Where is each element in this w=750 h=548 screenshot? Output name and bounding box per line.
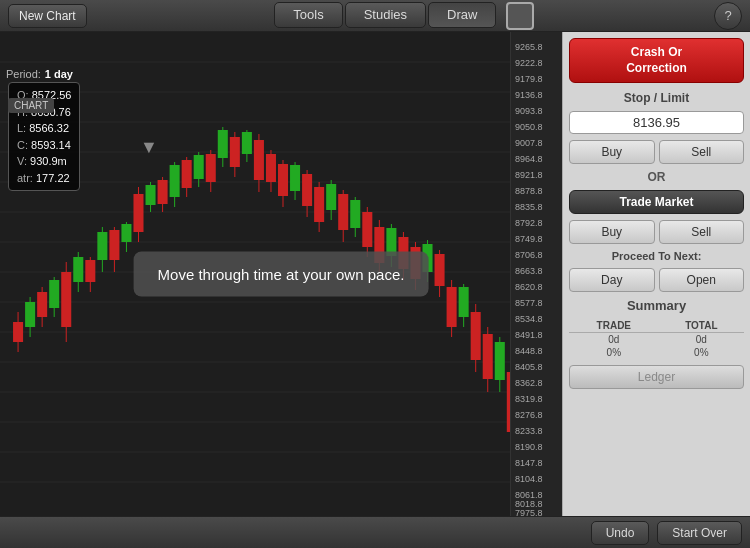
svg-rect-34 [121, 224, 131, 242]
svg-rect-78 [386, 228, 396, 256]
svg-rect-84 [423, 244, 433, 272]
price-8706: 8706.8 [515, 250, 543, 260]
svg-rect-36 [133, 194, 143, 232]
price-8448: 8448.8 [515, 346, 543, 356]
svg-rect-38 [146, 185, 156, 205]
svg-rect-20 [37, 292, 47, 317]
svg-rect-42 [170, 165, 180, 197]
svg-rect-26 [73, 257, 83, 282]
total-col-header: TOTAL [659, 319, 744, 333]
stop-limit-label: Stop / Limit [569, 91, 744, 105]
svg-rect-62 [290, 165, 300, 191]
svg-rect-96 [495, 342, 505, 380]
price-9179: 9179.8 [515, 74, 543, 84]
svg-rect-80 [398, 237, 408, 269]
price-8276: 8276.8 [515, 410, 543, 420]
svg-rect-64 [302, 174, 312, 206]
new-chart-button[interactable]: New Chart [8, 4, 87, 28]
svg-rect-70 [338, 194, 348, 230]
color-swatch-icon[interactable] [506, 2, 534, 30]
help-button[interactable]: ? [714, 2, 742, 30]
trade-market-buy-sell-row: Buy Sell [569, 220, 744, 244]
svg-rect-94 [483, 334, 493, 379]
stop-limit-buy-button[interactable]: Buy [569, 140, 655, 164]
day-button[interactable]: Day [569, 268, 655, 292]
start-over-button[interactable]: Start Over [657, 521, 742, 545]
trade-market-buy-button[interactable]: Buy [569, 220, 655, 244]
studies-button[interactable]: Studies [345, 2, 426, 28]
price-8663: 8663.8 [515, 266, 543, 276]
undo-button[interactable]: Undo [591, 521, 650, 545]
stop-limit-input[interactable] [569, 111, 744, 134]
crash-correction-button[interactable]: Crash OrCorrection [569, 38, 744, 83]
atr-value: 177.22 [36, 172, 70, 184]
total-pct: 0% [659, 346, 744, 359]
svg-rect-52 [230, 137, 240, 167]
price-8620: 8620.8 [515, 282, 543, 292]
price-8362: 8362.8 [515, 378, 543, 388]
total-val: 0d [659, 333, 744, 347]
right-panel: Crash OrCorrection Stop / Limit Buy Sell… [562, 32, 750, 516]
price-8534: 8534.8 [515, 314, 543, 324]
v-value: 930.9m [30, 155, 67, 167]
ledger-button[interactable]: Ledger [569, 365, 744, 389]
svg-rect-82 [410, 247, 420, 279]
svg-rect-24 [61, 272, 71, 327]
period-label: Period: [6, 68, 41, 80]
summary-table: TRADE TOTAL 0d 0d 0% 0% [569, 319, 744, 359]
open-button[interactable]: Open [659, 268, 745, 292]
price-8104: 8104.8 [515, 474, 543, 484]
trade-col-header: TRADE [569, 319, 659, 333]
chart-badge: CHART [8, 98, 54, 113]
bottom-bar: Undo Start Over [0, 516, 750, 548]
svg-rect-32 [109, 230, 119, 260]
day-open-row: Day Open [569, 268, 744, 292]
tools-button[interactable]: Tools [274, 2, 342, 28]
svg-rect-44 [182, 160, 192, 188]
price-8964: 8964.8 [515, 154, 543, 164]
price-8233: 8233.8 [515, 426, 543, 436]
price-8405: 8405.8 [515, 362, 543, 372]
draw-button[interactable]: Draw [428, 2, 496, 28]
svg-rect-86 [435, 254, 445, 286]
atr-label: atr: [17, 172, 33, 184]
price-9050: 9050.8 [515, 122, 543, 132]
trade-pct: 0% [569, 346, 659, 359]
svg-rect-54 [242, 132, 252, 154]
svg-rect-92 [471, 312, 481, 360]
stop-limit-buy-sell-row: Buy Sell [569, 140, 744, 164]
price-8921: 8921.8 [515, 170, 543, 180]
svg-rect-40 [158, 180, 168, 204]
svg-rect-22 [49, 280, 59, 308]
price-8319: 8319.8 [515, 394, 543, 404]
price-9093: 9093.8 [515, 106, 543, 116]
svg-rect-48 [206, 154, 216, 182]
svg-rect-72 [350, 200, 360, 228]
price-8147: 8147.8 [515, 458, 543, 468]
trade-val: 0d [569, 333, 659, 347]
price-8190: 8190.8 [515, 442, 543, 452]
v-label: V: [17, 155, 27, 167]
trade-market-label: Trade Market [569, 190, 744, 214]
c-value: 8593.14 [31, 139, 71, 151]
candlestick-chart [0, 32, 562, 516]
svg-rect-18 [25, 302, 35, 327]
or-divider: OR [569, 170, 744, 184]
chart-area: Period: 1 day O: 8572.56 H: 8630.76 L: 8… [0, 32, 562, 516]
price-axis: 9265.8 9222.8 9179.8 9136.8 9093.8 9050.… [510, 32, 562, 516]
proceed-to-next-label: Proceed To Next: [569, 250, 744, 262]
l-label: L: [17, 122, 26, 134]
price-8792: 8792.8 [515, 218, 543, 228]
svg-rect-50 [218, 130, 228, 158]
svg-rect-88 [447, 287, 457, 327]
price-9222: 9222.8 [515, 58, 543, 68]
trade-market-sell-button[interactable]: Sell [659, 220, 745, 244]
svg-rect-58 [266, 154, 276, 182]
stop-limit-sell-button[interactable]: Sell [659, 140, 745, 164]
svg-rect-28 [85, 260, 95, 282]
price-8749: 8749.8 [515, 234, 543, 244]
price-8577: 8577.8 [515, 298, 543, 308]
toolbar: New Chart Tools Studies Draw ? [0, 0, 750, 32]
svg-rect-68 [326, 184, 336, 210]
svg-rect-16 [13, 322, 23, 342]
